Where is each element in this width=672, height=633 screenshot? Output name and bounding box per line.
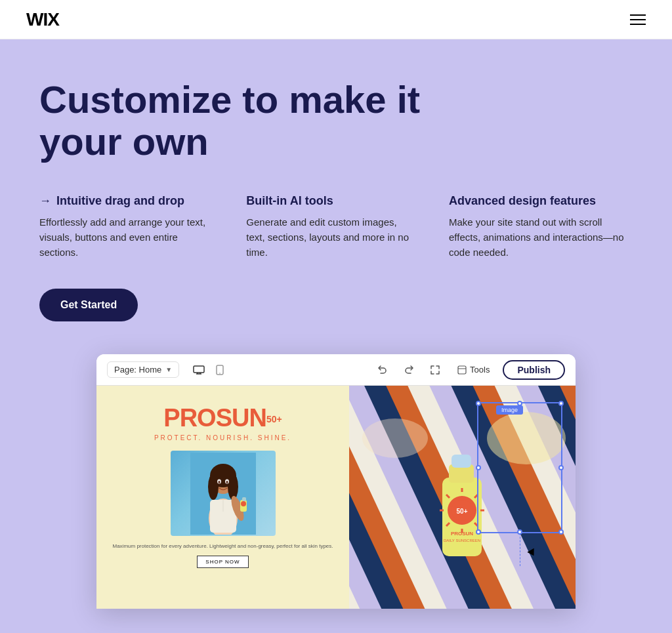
svg-rect-0: [194, 366, 204, 373]
desktop-view-icon[interactable]: [191, 362, 207, 378]
toolbar-right: Tools Publish: [373, 360, 565, 380]
svg-point-17: [226, 481, 228, 483]
feature-arrow-icon: →: [39, 194, 51, 208]
handle-top-middle: [517, 401, 522, 406]
feature-ai-tools: Built-in AI tools Generate and edit cust…: [246, 194, 410, 260]
feature-design: Advanced design features Make your site …: [449, 194, 633, 260]
svg-point-46: [362, 419, 428, 458]
svg-point-5: [219, 373, 220, 374]
hero-title: Customize to make it your own: [39, 79, 433, 163]
browser-toolbar: Page: Home ▼: [96, 354, 576, 386]
tools-label: Tools: [470, 365, 490, 375]
page-selector[interactable]: Page: Home ▼: [107, 361, 179, 378]
header: WIX: [0, 0, 672, 39]
prosun-spf: 50+: [266, 414, 282, 424]
hero-section: Customize to make it your own → Intuitiv…: [0, 39, 672, 633]
publish-button[interactable]: Publish: [503, 360, 565, 380]
feature-design-title: Advanced design features: [449, 194, 633, 208]
feature-design-desc: Make your site stand out with scroll eff…: [449, 214, 633, 260]
handle-top-left: [476, 401, 481, 406]
svg-rect-31: [452, 455, 471, 468]
svg-rect-6: [458, 366, 466, 374]
feature-drag-drop-title: → Intuitive drag and drop: [39, 194, 207, 208]
prosun-brand: PROSUN: [163, 404, 266, 432]
get-started-button[interactable]: Get Started: [39, 289, 138, 321]
features-row: → Intuitive drag and drop Effortlessly a…: [39, 194, 633, 260]
hamburger-menu-button[interactable]: [630, 14, 646, 25]
feature-ai-tools-label: Built-in AI tools: [246, 194, 333, 208]
svg-point-13: [228, 474, 238, 500]
svg-text:PROSUN: PROSUN: [451, 531, 473, 537]
feature-ai-tools-desc: Generate and edit custom images, text, s…: [246, 214, 410, 260]
tools-button[interactable]: Tools: [452, 362, 495, 377]
dashed-line-vertical: [520, 533, 520, 566]
svg-rect-22: [242, 497, 246, 501]
svg-text:DAILY SUNSCREEN: DAILY SUNSCREEN: [444, 539, 480, 542]
handle-middle-right: [558, 465, 564, 470]
beach-scene: 50+ PROSUN DAILY SUNSCREEN Image: [349, 386, 576, 609]
feature-ai-tools-title: Built-in AI tools: [246, 194, 410, 208]
svg-point-16: [218, 481, 220, 483]
feature-drag-drop-label: Intuitive drag and drop: [56, 194, 184, 208]
toolbar-left: Page: Home ▼: [107, 361, 228, 378]
undo-button[interactable]: [373, 361, 392, 379]
prosun-tagline: PROTECT. NOURISH. SHINE.: [154, 434, 291, 441]
selection-box: [477, 402, 562, 533]
redo-button[interactable]: [400, 361, 418, 379]
browser-mockup-wrapper: Page: Home ▼: [39, 354, 633, 609]
wix-logo: WIX: [26, 9, 59, 30]
feature-design-label: Advanced design features: [449, 194, 596, 208]
shop-now-button[interactable]: SHOP NOW: [197, 556, 248, 568]
prosun-product-image: [171, 451, 276, 536]
woman-svg: [190, 453, 256, 535]
browser-mockup: Page: Home ▼: [96, 354, 576, 609]
feature-drag-drop: → Intuitive drag and drop Effortlessly a…: [39, 194, 207, 260]
svg-point-23: [241, 501, 246, 506]
browser-content: PROSUN50+ PROTECT. NOURISH. SHINE.: [96, 386, 576, 609]
chevron-down-icon: ▼: [165, 366, 172, 373]
prosun-page-left: PROSUN50+ PROTECT. NOURISH. SHINE.: [96, 386, 349, 609]
page-selector-label: Page: Home: [114, 365, 161, 375]
fit-icon[interactable]: [426, 361, 444, 379]
prosun-desc: Maximum protection for every adventure. …: [112, 542, 333, 550]
prosun-page-right: 50+ PROSUN DAILY SUNSCREEN Image: [349, 386, 576, 609]
handle-middle-left: [476, 465, 481, 470]
mobile-view-icon[interactable]: [212, 362, 228, 378]
view-icons: [191, 362, 228, 378]
svg-text:50+: 50+: [457, 508, 468, 515]
feature-drag-drop-desc: Effortlessly add and arrange your text, …: [39, 214, 207, 260]
svg-point-12: [208, 474, 219, 500]
